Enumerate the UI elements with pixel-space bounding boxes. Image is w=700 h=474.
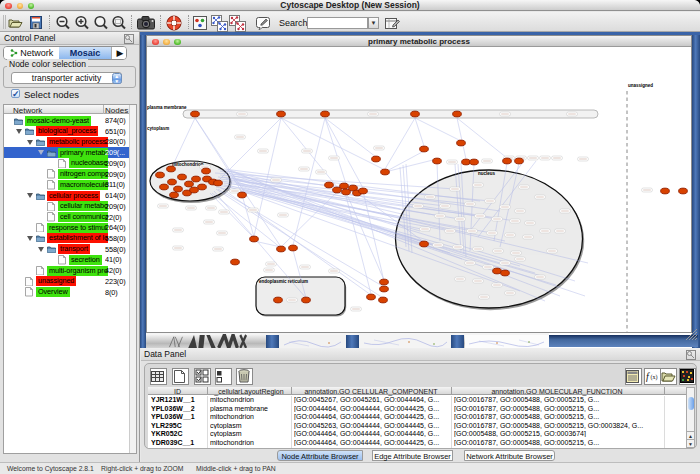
- svg-text:endoplasmic reticulum: endoplasmic reticulum: [259, 279, 308, 284]
- svg-text:plasma membrane: plasma membrane: [147, 105, 187, 110]
- svg-text:f: f: [646, 371, 650, 382]
- svg-text:mitochondrion: mitochondrion: [172, 162, 204, 167]
- svg-text:(x): (x): [651, 374, 658, 381]
- svg-text:nucleus: nucleus: [478, 171, 496, 176]
- svg-text:unassigned: unassigned: [628, 83, 653, 88]
- svg-text:cytoplasm: cytoplasm: [147, 126, 169, 131]
